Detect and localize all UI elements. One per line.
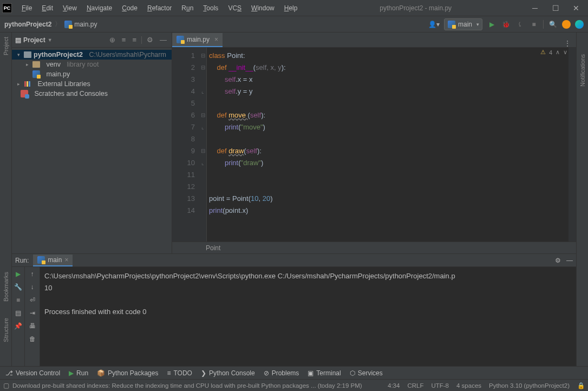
run-panel: Run: main × ⚙ — ▶ 🔧 ■ ▤ 📌 bbox=[12, 253, 576, 366]
structure-tool-button[interactable]: Structure bbox=[3, 318, 9, 342]
run-tool-icon[interactable]: 🔧 bbox=[14, 283, 22, 291]
tree-file-name: main.py bbox=[46, 70, 70, 78]
code-area[interactable]: class Point: def __init__(self, x, y): s… bbox=[207, 48, 569, 242]
menu-file[interactable]: File bbox=[17, 2, 36, 14]
stop-button[interactable]: ■ bbox=[529, 19, 539, 29]
coverage-button[interactable]: ⤹ bbox=[515, 19, 525, 29]
gear-icon[interactable]: ⚙ bbox=[145, 36, 155, 44]
maximize-button[interactable]: ☐ bbox=[550, 4, 561, 12]
window-title: pythonProject2 - main.py bbox=[302, 4, 530, 12]
menu-refactor[interactable]: Refactor bbox=[143, 2, 176, 14]
menu-navigate[interactable]: Navigate bbox=[82, 2, 116, 14]
package-icon: 📦 bbox=[97, 369, 105, 377]
breadcrumb-project[interactable]: pythonProject2 bbox=[4, 21, 51, 28]
breadcrumb[interactable]: pythonProject2 〉 main.py bbox=[4, 19, 97, 29]
problems-button[interactable]: ⊘Problems bbox=[264, 369, 299, 377]
search-icon[interactable]: 🔍 bbox=[548, 19, 558, 29]
expand-all-icon[interactable]: ≡ bbox=[120, 36, 128, 44]
tree-project-root[interactable]: ▾ pythonProject2 C:\Users\mshah\Pycharm bbox=[12, 50, 172, 60]
inspection-widget[interactable]: ⚠ 4 ∧ ∨ bbox=[540, 49, 567, 56]
print-icon[interactable]: 🖶 bbox=[29, 322, 36, 330]
layout-icon[interactable]: ▤ bbox=[15, 309, 21, 317]
stop-icon[interactable]: ■ bbox=[16, 296, 20, 304]
close-button[interactable]: ✕ bbox=[571, 4, 582, 12]
user-icon[interactable]: 👤▾ bbox=[428, 21, 440, 28]
up-icon[interactable]: ↑ bbox=[31, 270, 34, 278]
branch-icon: ⎇ bbox=[5, 369, 13, 377]
clear-icon[interactable]: 🗑 bbox=[29, 335, 36, 343]
ide-updates-icon[interactable] bbox=[562, 20, 571, 29]
menu-window[interactable]: Window bbox=[247, 2, 279, 14]
editor-more-icon[interactable]: ⋮ bbox=[559, 40, 576, 47]
indent-setting[interactable]: 4 spaces bbox=[456, 382, 481, 389]
hide-run-panel-icon[interactable]: — bbox=[566, 257, 573, 264]
project-panel-title[interactable]: ▤ Project ▼ bbox=[15, 36, 104, 44]
bottom-tool-stripe: ⎇Version Control ▶Run 📦Python Packages ≡… bbox=[0, 366, 588, 379]
minimize-button[interactable]: ─ bbox=[530, 4, 540, 12]
project-icon: ▤ bbox=[15, 36, 21, 44]
code-with-me-icon[interactable] bbox=[575, 20, 584, 29]
run-config-selector[interactable]: main bbox=[444, 18, 482, 30]
line-separator[interactable]: CRLF bbox=[407, 382, 423, 389]
menu-tools[interactable]: Tools bbox=[199, 2, 223, 14]
run-panel-label: Run: bbox=[15, 257, 29, 264]
next-highlight-icon[interactable]: ∨ bbox=[563, 49, 567, 56]
tree-main-file[interactable]: main.py bbox=[12, 69, 172, 79]
scroll-to-end-icon[interactable]: ⇥ bbox=[30, 309, 35, 317]
project-tool-button[interactable]: Project bbox=[3, 37, 9, 55]
close-tab-icon[interactable]: × bbox=[214, 36, 218, 43]
status-message[interactable]: Download pre-built shared indexes: Reduc… bbox=[12, 382, 362, 389]
run-tab[interactable]: main × bbox=[33, 255, 73, 266]
editor-scrollbar[interactable] bbox=[569, 48, 576, 242]
menu-vcs[interactable]: VCS bbox=[224, 2, 246, 14]
menu-run[interactable]: Run bbox=[177, 2, 198, 14]
run-settings-icon[interactable]: ⚙ bbox=[555, 257, 561, 264]
menu-edit[interactable]: Edit bbox=[37, 2, 57, 14]
menu-view[interactable]: View bbox=[58, 2, 81, 14]
run-button[interactable]: ▶ bbox=[487, 19, 496, 29]
close-run-tab-icon[interactable]: × bbox=[64, 256, 68, 264]
tree-venv[interactable]: ▸ venv library root bbox=[12, 60, 172, 69]
caret-position[interactable]: 4:34 bbox=[388, 382, 400, 389]
problems-icon: ⊘ bbox=[264, 369, 269, 377]
python-packages-button[interactable]: 📦Python Packages bbox=[97, 369, 158, 377]
python-console-button[interactable]: ❯Python Console bbox=[201, 369, 255, 377]
breadcrumb-file[interactable]: main.py bbox=[74, 21, 97, 28]
warning-count: 4 bbox=[549, 49, 552, 56]
tree-scratches[interactable]: Scratches and Consoles bbox=[12, 89, 172, 99]
line-number-gutter[interactable]: 1234567891011121314 bbox=[172, 48, 199, 242]
project-tree[interactable]: ▾ pythonProject2 C:\Users\mshah\Pycharm … bbox=[12, 48, 172, 101]
soft-wrap-icon[interactable]: ⏎ bbox=[30, 296, 35, 304]
services-button[interactable]: ⬡Services bbox=[350, 369, 383, 377]
hide-panel-icon[interactable]: — bbox=[158, 36, 168, 44]
select-opened-file-icon[interactable]: ⊕ bbox=[108, 36, 117, 44]
rerun-icon[interactable]: ▶ bbox=[16, 270, 21, 278]
menu-code[interactable]: Code bbox=[117, 2, 142, 14]
tool-window-quick-access-icon[interactable]: ▢ bbox=[3, 382, 9, 389]
prev-highlight-icon[interactable]: ∧ bbox=[556, 49, 560, 56]
python-file-icon bbox=[64, 21, 72, 28]
run-output[interactable]: C:\Users\mshah\PycharmProjects\pythonPro… bbox=[40, 267, 576, 366]
editor-tab-main[interactable]: main.py × bbox=[172, 33, 223, 47]
run-tool-button[interactable]: ▶Run bbox=[69, 369, 88, 377]
file-encoding[interactable]: UTF-8 bbox=[431, 382, 449, 389]
version-control-button[interactable]: ⎇Version Control bbox=[5, 369, 60, 377]
svg-rect-1 bbox=[27, 81, 28, 87]
collapse-all-icon[interactable]: ≡ bbox=[130, 36, 138, 44]
python-interpreter[interactable]: Python 3.10 (pythonProject2) bbox=[489, 382, 570, 389]
menu-help[interactable]: Help bbox=[280, 2, 302, 14]
todo-button[interactable]: ≡TODO bbox=[167, 369, 192, 377]
pin-icon[interactable]: 📌 bbox=[14, 322, 22, 330]
lock-icon[interactable]: 🔒 bbox=[577, 382, 585, 389]
down-icon[interactable]: ↓ bbox=[31, 283, 34, 291]
tree-external-libs[interactable]: ▸ External Libraries bbox=[12, 79, 172, 89]
fold-gutter[interactable]: ⊟⊟⌞⊟⌞⊟⌞ bbox=[199, 48, 207, 242]
library-icon bbox=[24, 80, 31, 88]
editor-body[interactable]: ⚠ 4 ∧ ∨ 1234567891011121314 ⊟⊟⌞⊟⌞⊟⌞ clas… bbox=[172, 48, 576, 242]
bookmarks-tool-button[interactable]: Bookmarks bbox=[3, 272, 9, 302]
notifications-tool-button[interactable]: Notifications bbox=[579, 54, 586, 87]
editor-breadcrumb[interactable]: Point bbox=[172, 242, 576, 253]
terminal-button[interactable]: ▣Terminal bbox=[308, 369, 341, 377]
breadcrumb-class[interactable]: Point bbox=[206, 244, 220, 252]
debug-button[interactable]: 🐞 bbox=[501, 19, 511, 29]
